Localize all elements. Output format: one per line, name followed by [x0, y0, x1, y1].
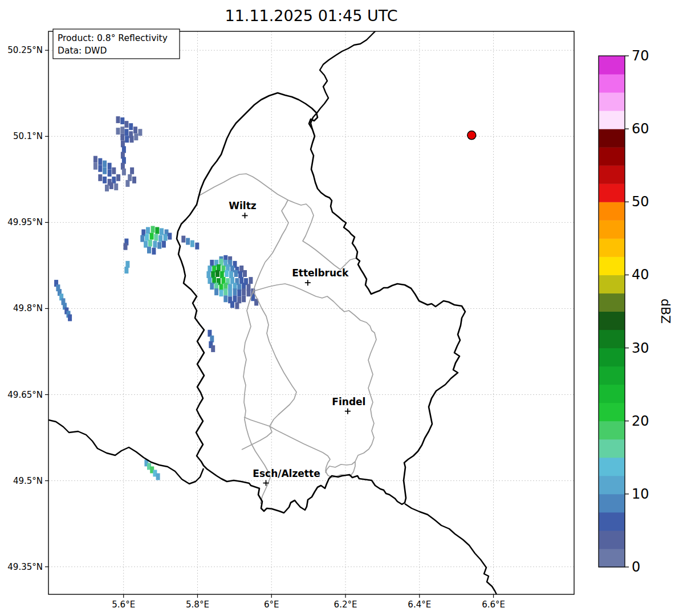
city-label: Ettelbruck	[292, 267, 349, 279]
radar-echo-cell	[120, 117, 124, 124]
colorbar-segment	[599, 330, 625, 349]
colorbar-segment	[599, 165, 625, 184]
radar-echo-cell	[148, 240, 152, 247]
radar-echo-cell	[124, 121, 128, 128]
radar-echo-cell	[108, 170, 112, 177]
colorbar-tick-label: 30	[632, 340, 649, 356]
radar-echo-cell	[214, 288, 218, 295]
radar-echo-cell	[108, 163, 112, 170]
radar-echo-cell	[237, 289, 241, 296]
city-label: Findel	[332, 396, 365, 407]
y-axis-tick-label: 49.5°N	[13, 476, 43, 486]
colorbar-segment	[599, 531, 625, 549]
radar-echo-cell	[132, 177, 136, 183]
x-axis-tick-label: 5.6°E	[112, 599, 135, 610]
radar-echo-cell	[235, 302, 239, 309]
radar-echo-cell	[156, 474, 160, 480]
radar-echo-cell	[130, 136, 134, 142]
plot-background	[48, 31, 574, 594]
radar-echo-cell	[109, 182, 113, 189]
colorbar-segment	[599, 202, 625, 221]
x-axis-tick-label: 6.6°E	[482, 599, 505, 610]
radar-echo-cell	[247, 289, 251, 296]
colorbar-segment	[599, 366, 625, 385]
radar-echo-cell	[164, 234, 168, 241]
radar-site-marker	[467, 131, 476, 140]
radar-echo-cell	[223, 295, 227, 302]
product-info-line1: Product: 0.8° Reflectivity	[58, 33, 168, 43]
colorbar-segment	[599, 385, 625, 403]
city-label: Wiltz	[229, 200, 257, 211]
radar-echo-cell	[114, 183, 118, 190]
colorbar-segment	[599, 92, 625, 111]
radar-echo-cell	[195, 243, 199, 250]
radar-echo-cell	[105, 185, 109, 191]
radar-echo-cell	[160, 229, 164, 235]
radar-echo-cell	[223, 288, 227, 295]
colorbar-segment	[599, 421, 625, 440]
colorbar-tick-label: 60	[632, 121, 649, 137]
radar-echo-cell	[153, 241, 157, 248]
colorbar-tick-label: 20	[632, 413, 649, 429]
radar-echo-cell	[155, 227, 159, 234]
colorbar-tick-label: 70	[632, 48, 649, 64]
generated-map-layers: WiltzEttelbruckFindelEsch/Alzette5.6°E5.…	[7, 27, 649, 610]
radar-echo-cell	[228, 289, 232, 296]
radar-echo-cell	[234, 270, 238, 277]
colorbar-tick-label: 50	[632, 194, 649, 210]
radar-echo-cell	[162, 241, 166, 248]
y-axis-tick-label: 49.35°N	[7, 562, 43, 572]
colorbar-segment	[599, 458, 625, 476]
radar-echo-cell	[146, 227, 150, 234]
radar-echo-cell	[230, 301, 234, 308]
radar-echo-cell	[186, 238, 190, 245]
colorbar-segment	[599, 275, 625, 293]
y-axis-tick-label: 49.65°N	[7, 390, 43, 400]
colorbar-segment	[599, 312, 625, 331]
radar-echo-cell	[93, 163, 97, 170]
figure-title: 11.11.2025 01:45 UTC	[225, 7, 397, 25]
radar-echo-cell	[181, 236, 185, 243]
colorbar-segment	[599, 494, 625, 513]
colorbar-segment	[599, 238, 625, 257]
radar-echo-cell	[134, 133, 138, 140]
radar-echo-cell	[98, 174, 102, 181]
radar-echo-cell	[154, 234, 158, 241]
radar-echo-cell	[242, 288, 246, 295]
radar-echo-cell	[233, 288, 237, 295]
radar-echo-cell	[147, 247, 151, 254]
radar-echo-cell	[168, 233, 172, 240]
radar-echo-cell	[120, 127, 124, 133]
colorbar-tick-label: 0	[632, 559, 640, 575]
radar-echo-cell	[242, 295, 246, 302]
radar-echo-cell	[157, 242, 161, 249]
y-axis-tick-label: 49.95°N	[7, 217, 43, 227]
product-info-line2: Data: DWD	[58, 46, 107, 56]
radar-echo-cell	[103, 168, 107, 174]
city-label: Esch/Alzette	[253, 468, 320, 479]
colorbar-tick-label: 10	[632, 486, 649, 502]
x-axis-tick-label: 6.4°E	[408, 599, 431, 610]
colorbar-segment	[599, 293, 625, 312]
colorbar-segment	[599, 147, 625, 166]
x-axis-tick-label: 5.8°E	[186, 599, 209, 610]
radar-echo-cell	[116, 128, 120, 134]
radar-echo-cell	[125, 136, 129, 142]
radar-echo-cell	[130, 168, 134, 174]
radar-echo-cell	[116, 116, 120, 123]
radar-echo-cell	[103, 177, 107, 183]
radar-echo-cell	[124, 129, 128, 136]
radar-echo-cell	[124, 243, 128, 250]
product-info-box: Product: 0.8° Reflectivity Data: DWD	[53, 29, 180, 59]
colorbar-tick-label: 40	[632, 267, 649, 283]
colorbar-axis-label: dBZ	[658, 299, 673, 324]
colorbar-segment	[599, 220, 625, 239]
radar-echo-cell	[249, 277, 253, 284]
radar-echo-cell	[122, 169, 126, 176]
colorbar-segment	[599, 256, 625, 275]
radar-echo-cell	[116, 174, 120, 181]
radar-echo-cell	[120, 133, 124, 140]
radar-echo-cell	[93, 156, 97, 163]
y-axis-tick-label: 50.25°N	[7, 45, 43, 55]
radar-echo-cell	[190, 240, 194, 247]
